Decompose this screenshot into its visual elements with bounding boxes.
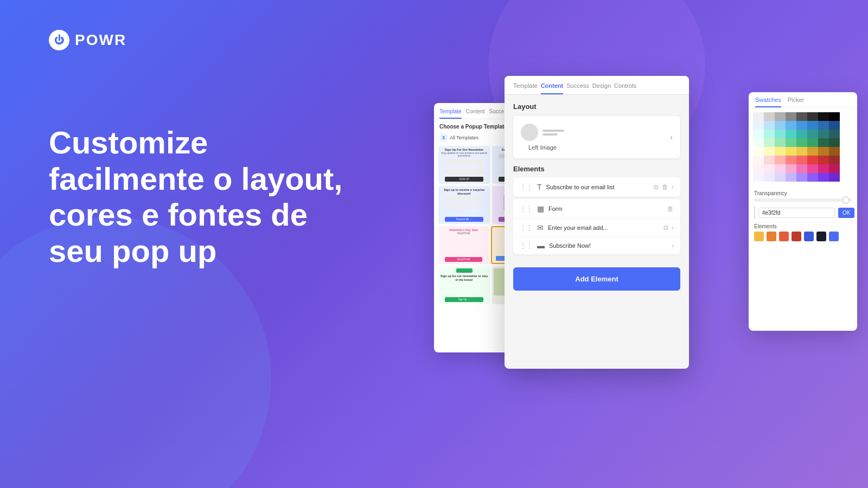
swatch-cell[interactable] [807, 138, 818, 147]
swatch-cell[interactable] [786, 147, 796, 156]
swatch-cell[interactable] [796, 147, 807, 156]
swatch-cell[interactable] [753, 112, 764, 121]
swatch-cell[interactable] [764, 121, 775, 130]
card-btn-3[interactable]: Surprise Me → [445, 217, 483, 222]
content-tab-success[interactable]: Success [566, 82, 589, 94]
recent-swatch-1[interactable] [754, 232, 764, 241]
content-tab-design[interactable]: Design [592, 82, 611, 94]
color-tab-picker[interactable]: Picker [788, 97, 805, 107]
swatch-cell[interactable] [796, 121, 807, 130]
transparency-handle[interactable] [842, 196, 850, 204]
recent-swatch-3[interactable] [779, 232, 789, 241]
swatch-cell[interactable] [818, 138, 829, 147]
swatch-cell[interactable] [775, 130, 786, 138]
swatch-cell[interactable] [753, 130, 764, 138]
tab-template[interactable]: Template [439, 108, 462, 119]
form-sub-email[interactable]: ⋮⋮ ✉ Enter your email add... ⧉ › [513, 219, 680, 237]
copy-email-icon[interactable]: ⧉ [663, 224, 668, 232]
swatch-cell[interactable] [753, 121, 764, 130]
swatch-cell[interactable] [753, 173, 764, 182]
transparency-slider[interactable] [754, 198, 852, 202]
recent-swatch-6[interactable] [816, 232, 826, 241]
swatch-cell[interactable] [775, 156, 786, 164]
swatch-cell[interactable] [829, 173, 840, 182]
swatch-cell[interactable] [753, 147, 764, 156]
swatch-cell[interactable] [786, 138, 796, 147]
swatch-cell[interactable] [829, 130, 840, 138]
swatch-cell[interactable] [796, 173, 807, 182]
swatch-cell[interactable] [775, 121, 786, 130]
recent-swatch-2[interactable] [767, 232, 776, 241]
template-card-newsletter[interactable]: Sign Up For Our Newsletter Stay updated … [438, 146, 490, 184]
template-card-stay-informed[interactable]: Sign up for our newsletter to stay in th… [438, 266, 490, 304]
recent-swatch-5[interactable] [804, 232, 814, 241]
element-row-subscribe-text[interactable]: ⋮⋮ T Subscribe to our email list ⧉ 🗑 › [513, 177, 680, 197]
card-btn-7[interactable]: Sign Up → [445, 297, 483, 302]
layout-card[interactable]: Left Image › [513, 116, 680, 158]
swatch-cell[interactable] [818, 121, 829, 130]
swatch-cell[interactable] [775, 173, 786, 182]
swatch-cell[interactable] [753, 164, 764, 173]
copy-icon[interactable]: ⧉ [654, 183, 659, 191]
template-card-valentine[interactable]: Valentine's Day Sale VALENTINE VALENTINE [438, 226, 489, 264]
swatch-cell[interactable] [818, 147, 829, 156]
content-tab-controls[interactable]: Controls [614, 82, 636, 94]
hex-ok-button[interactable]: OK [838, 208, 854, 218]
swatch-cell[interactable] [829, 138, 840, 147]
swatch-cell[interactable] [786, 121, 796, 130]
swatch-cell[interactable] [818, 156, 829, 164]
swatch-cell[interactable] [775, 164, 786, 173]
content-tab-template[interactable]: Template [513, 82, 538, 94]
swatch-cell[interactable] [796, 156, 807, 164]
expand-email-icon[interactable]: › [672, 224, 674, 232]
hex-input-field[interactable] [758, 208, 835, 218]
swatch-cell[interactable] [818, 112, 829, 121]
swatch-cell[interactable] [786, 156, 796, 164]
swatch-cell[interactable] [775, 147, 786, 156]
swatch-cell[interactable] [775, 112, 786, 121]
swatch-cell[interactable] [829, 164, 840, 173]
swatch-cell[interactable] [796, 130, 807, 138]
content-tab-content[interactable]: Content [541, 82, 564, 94]
recent-swatch-4[interactable] [792, 232, 801, 241]
swatch-cell[interactable] [753, 156, 764, 164]
swatch-cell[interactable] [796, 112, 807, 121]
swatch-cell[interactable] [764, 130, 775, 138]
layout-arrow-icon[interactable]: › [670, 133, 673, 142]
swatch-cell[interactable] [807, 121, 818, 130]
swatch-cell[interactable] [829, 121, 840, 130]
form-delete-icon[interactable]: 🗑 [667, 205, 674, 213]
swatch-cell[interactable] [829, 156, 840, 164]
swatch-cell[interactable] [775, 138, 786, 147]
swatch-cell[interactable] [829, 147, 840, 156]
swatch-cell[interactable] [764, 147, 775, 156]
swatch-cell[interactable] [764, 173, 775, 182]
swatch-cell[interactable] [753, 138, 764, 147]
swatch-cell[interactable] [818, 130, 829, 138]
swatch-cell[interactable] [807, 173, 818, 182]
card-btn-5[interactable]: VALENTINE [445, 257, 483, 262]
swatch-cell[interactable] [786, 112, 796, 121]
swatch-cell[interactable] [764, 112, 775, 121]
swatch-cell[interactable] [807, 164, 818, 173]
form-sub-subscribe[interactable]: ⋮⋮ ▬ Subscribe Now! › [513, 237, 680, 254]
swatch-cell[interactable] [807, 112, 818, 121]
swatch-cell[interactable] [786, 130, 796, 138]
swatch-cell[interactable] [807, 147, 818, 156]
swatch-cell[interactable] [829, 112, 840, 121]
swatch-cell[interactable] [796, 138, 807, 147]
recent-swatch-7[interactable] [829, 232, 839, 241]
card-btn-1[interactable]: SIGN UP [445, 177, 483, 182]
swatch-cell[interactable] [807, 156, 818, 164]
swatch-cell[interactable] [786, 164, 796, 173]
swatch-cell[interactable] [764, 138, 775, 147]
delete-icon[interactable]: 🗑 [662, 183, 668, 191]
add-element-button[interactable]: Add Element [513, 267, 680, 291]
tab-content[interactable]: Content [466, 108, 485, 119]
expand-btn-icon[interactable]: › [672, 242, 674, 249]
swatch-cell[interactable] [796, 164, 807, 173]
swatch-cell[interactable] [786, 173, 796, 182]
swatch-cell[interactable] [818, 173, 829, 182]
swatch-cell[interactable] [764, 156, 775, 164]
swatch-cell[interactable] [818, 164, 829, 173]
